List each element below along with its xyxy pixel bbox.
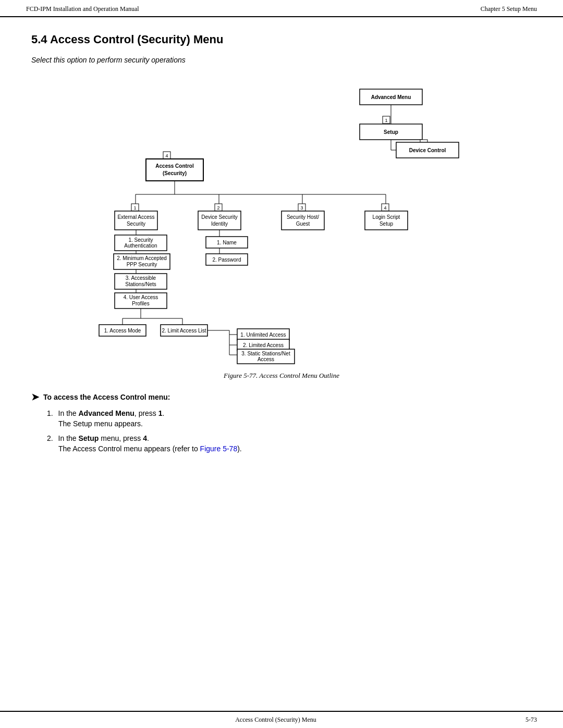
header-right: Chapter 5 Setup Menu: [481, 5, 537, 13]
svg-text:External Access: External Access: [117, 214, 154, 220]
diagram-svg: Advanced Menu 1 Setup 2 Devic: [83, 75, 480, 366]
svg-text:Security: Security: [127, 221, 145, 227]
svg-text:4. User Access: 4. User Access: [124, 294, 158, 300]
figure-link[interactable]: Figure 5-78: [200, 445, 238, 453]
instructions-section: ➤ To access the Access Control menu: 1. …: [31, 391, 532, 453]
svg-text:2. Minimum Accepted: 2. Minimum Accepted: [117, 255, 167, 261]
svg-text:Setup: Setup: [380, 221, 394, 227]
step-1-subnote: The Setup menu appears.: [58, 419, 532, 428]
step-2-end: .: [147, 434, 149, 442]
svg-text:Guest: Guest: [296, 221, 310, 227]
svg-text:Setup: Setup: [384, 129, 398, 135]
step-1-text-after: , press: [134, 409, 158, 417]
svg-text:3. Static Stations/Net: 3. Static Stations/Net: [241, 351, 290, 356]
page-subtitle: Select this option to perform security o…: [31, 56, 532, 64]
svg-text:2. Limited Access: 2. Limited Access: [243, 342, 284, 348]
svg-text:Identity: Identity: [211, 221, 228, 227]
svg-text:PPP Security: PPP Security: [127, 262, 157, 267]
svg-text:4: 4: [384, 205, 386, 211]
step-2-text-before: In the: [58, 434, 79, 442]
svg-text:2: 2: [217, 205, 219, 211]
svg-text:Access: Access: [258, 356, 274, 362]
svg-text:1. Access Mode: 1. Access Mode: [104, 328, 141, 334]
svg-text:Access Control: Access Control: [155, 163, 194, 169]
svg-text:Device Security: Device Security: [201, 214, 237, 220]
step-2-text-after: menu, press: [99, 434, 143, 442]
svg-text:3. Accessible: 3. Accessible: [126, 275, 156, 281]
header-left: FCD-IPM Installation and Operation Manua…: [26, 5, 139, 13]
svg-rect-18: [146, 159, 203, 181]
step-1-num: 1.: [47, 409, 53, 417]
step-1-bold2: 1: [158, 409, 163, 417]
svg-text:3: 3: [300, 205, 303, 211]
svg-text:Login Script: Login Script: [373, 214, 400, 220]
instruction-step-2: 2. In the Setup menu, press 4. The Acces…: [47, 434, 532, 453]
step-1-end: .: [163, 409, 165, 417]
instruction-list: 1. In the Advanced Menu, press 1. The Se…: [47, 409, 532, 453]
svg-text:1. Name: 1. Name: [217, 240, 237, 245]
footer-center: Access Control (Security) Menu: [235, 716, 316, 724]
step-2-subnote: The Access Control menu appears (refer t…: [58, 445, 532, 453]
svg-text:Security Host/: Security Host/: [287, 214, 319, 220]
svg-text:Device Control: Device Control: [409, 147, 446, 153]
svg-text:4: 4: [165, 153, 168, 158]
svg-text:Advanced Menu: Advanced Menu: [371, 94, 411, 100]
step-1-bold: Advanced Menu: [79, 409, 134, 417]
svg-text:2. Limit Access List: 2. Limit Access List: [162, 328, 206, 334]
svg-text:Profiles: Profiles: [132, 301, 149, 306]
instruction-step-1: 1. In the Advanced Menu, press 1. The Se…: [47, 409, 532, 428]
svg-text:(Security): (Security): [163, 170, 187, 176]
diagram-container: Advanced Menu 1 Setup 2 Devic: [31, 75, 532, 366]
svg-text:1. Unlimited Access: 1. Unlimited Access: [240, 332, 286, 338]
page-footer: Access Control (Security) Menu 5-73: [0, 711, 563, 728]
page-header: FCD-IPM Installation and Operation Manua…: [0, 0, 563, 17]
instructions-heading: ➤ To access the Access Control menu:: [31, 391, 532, 403]
figure-caption: Figure 5-77. Access Control Menu Outline: [31, 372, 532, 380]
page-title: 5.4 Access Control (Security) Menu: [31, 33, 532, 46]
page-content: 5.4 Access Control (Security) Menu Selec…: [0, 17, 563, 501]
svg-text:1. Security: 1. Security: [128, 237, 153, 243]
step-2-bold2: 4: [143, 434, 147, 442]
instructions-heading-text: To access the Access Control menu:: [43, 393, 170, 401]
step-1-text-before: In the: [58, 409, 79, 417]
svg-text:Stations/Nets: Stations/Nets: [125, 281, 156, 287]
step-2-num: 2.: [47, 434, 53, 442]
svg-text:1: 1: [133, 205, 136, 211]
svg-text:2. Password: 2. Password: [212, 257, 241, 263]
arrow-icon: ➤: [31, 391, 39, 403]
footer-right: 5-73: [525, 716, 537, 724]
svg-text:Authentication: Authentication: [124, 243, 157, 249]
svg-text:1: 1: [385, 118, 387, 123]
step-2-bold: Setup: [79, 434, 99, 442]
